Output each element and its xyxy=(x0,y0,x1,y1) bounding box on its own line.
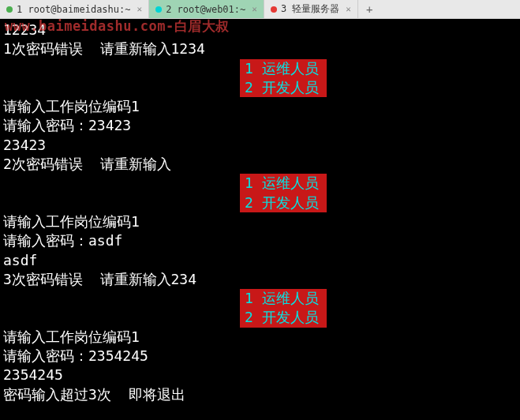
tab-label: 3 轻量服务器 xyxy=(281,2,339,16)
terminal-line: 2次密码错误 请重新输入 xyxy=(3,155,517,174)
tab-label: 2 root@web01:~ xyxy=(166,4,245,15)
terminal-line: 密码输入超过3次 即将退出 xyxy=(3,385,517,404)
menu-num: 1 xyxy=(245,60,253,77)
menu-num: 1 xyxy=(245,290,253,306)
menu-label: 开发人员 xyxy=(262,309,319,325)
tab-3[interactable]: 3 轻量服务器 ✕ xyxy=(264,0,358,18)
menu-label: 开发人员 xyxy=(262,194,319,211)
terminal-line: 3次密码错误 请重新输入234 xyxy=(3,270,517,289)
menu-num: 1 xyxy=(245,174,253,191)
close-icon[interactable]: ✕ xyxy=(252,4,257,14)
status-dot-icon xyxy=(271,6,277,13)
terminal-line: 请输入工作岗位编码1 xyxy=(3,212,517,231)
menu-block: 1 运维人员 2 开发人员 xyxy=(3,59,517,98)
menu-option: 2 开发人员 xyxy=(240,193,327,212)
menu-option: 2 开发人员 xyxy=(240,308,327,327)
terminal-line: 23423 xyxy=(3,136,517,155)
menu-option: 1 运维人员 xyxy=(240,174,327,193)
terminal-line: 请输入工作岗位编码1 xyxy=(3,97,517,116)
tab-label: 1 root@baimeidashu:~ xyxy=(17,4,131,15)
tab-bar: 1 root@baimeidashu:~ ✕ 2 root@web01:~ ✕ … xyxy=(0,0,520,19)
close-icon[interactable]: ✕ xyxy=(137,4,143,14)
menu-num: 2 xyxy=(245,194,253,211)
menu-option: 1 运维人员 xyxy=(240,59,327,78)
menu-option: 1 运维人员 xyxy=(240,289,327,308)
menu-num: 2 xyxy=(245,309,253,325)
terminal-line: 请输入密码：2354245 xyxy=(3,347,517,366)
menu-block: 1 运维人员 2 开发人员 xyxy=(3,174,517,212)
tab-2[interactable]: 2 root@web01:~ ✕ xyxy=(149,0,264,18)
menu-label: 运维人员 xyxy=(262,174,319,191)
terminal-line: 12234 xyxy=(3,21,517,39)
terminal-line: asdf xyxy=(3,251,517,270)
terminal-line: 请输入密码：23423 xyxy=(3,116,517,135)
menu-block: 1 运维人员 2 开发人员 xyxy=(3,289,517,328)
terminal-output[interactable]: 12234 1次密码错误 请重新输入1234 1 运维人员 2 开发人员 请输入… xyxy=(0,19,520,406)
terminal-line: 2354245 xyxy=(3,366,517,384)
tab-1[interactable]: 1 root@baimeidashu:~ ✕ xyxy=(0,0,149,18)
status-dot-icon xyxy=(6,6,13,13)
terminal-line: 1次密码错误 请重新输入1234 xyxy=(3,39,517,58)
menu-label: 开发人员 xyxy=(262,79,319,96)
add-tab-button[interactable]: + xyxy=(358,3,380,16)
terminal-line: 请输入工作岗位编码1 xyxy=(3,328,517,347)
menu-label: 运维人员 xyxy=(262,60,319,77)
menu-option: 2 开发人员 xyxy=(240,78,327,97)
terminal-line: 请输入密码：asdf xyxy=(3,231,517,250)
close-icon[interactable]: ✕ xyxy=(346,4,351,14)
status-dot-icon xyxy=(155,6,162,13)
menu-label: 运维人员 xyxy=(262,290,319,306)
menu-num: 2 xyxy=(245,79,253,96)
